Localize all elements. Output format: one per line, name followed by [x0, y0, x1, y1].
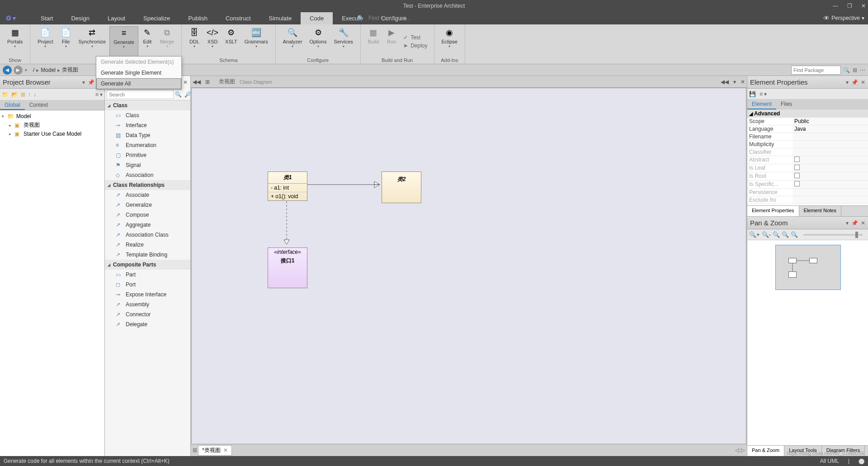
toolbox-search-input[interactable] — [107, 90, 174, 99]
breadcrumb-model[interactable]: Model — [41, 67, 56, 73]
zoom-in-icon[interactable]: 🔍+ — [749, 231, 760, 238]
prop-persistence[interactable] — [793, 189, 868, 196]
toolbox-item-primitive[interactable]: ▢Primitive — [105, 150, 190, 160]
menu-specialize[interactable]: Specialize — [134, 12, 179, 24]
close-icon[interactable]: ✕ — [861, 220, 865, 226]
portals-button[interactable]: ▦Portals▾ — [4, 26, 26, 57]
toolbox-section-relationships[interactable]: Class Relationships — [105, 180, 190, 190]
generate-button[interactable]: ≡Generate▾ — [109, 26, 138, 57]
menu-publish[interactable]: Publish — [179, 12, 217, 24]
toolbox-item-compose[interactable]: ↗Compose — [105, 210, 190, 220]
diagram-tab[interactable]: *类视图 ✕ — [198, 445, 232, 456]
prop-isspecific[interactable] — [793, 181, 868, 188]
toolbox-item-delegate[interactable]: ↗Delegate — [105, 319, 190, 329]
dropdown-icon[interactable]: ▾ — [846, 220, 849, 226]
menu-layout[interactable]: Layout — [99, 12, 134, 24]
canvas-tool-icon[interactable]: ⊞ — [205, 79, 210, 85]
test-button[interactable]: ✓Test — [403, 33, 427, 42]
zoom-out-icon[interactable]: 🔍- — [762, 231, 771, 238]
prop-scope[interactable]: Public — [793, 118, 868, 125]
toolbox-item-assembly[interactable]: ↗Assembly — [105, 300, 190, 309]
deploy-button[interactable]: ➤Deploy — [403, 42, 427, 50]
xsd-button[interactable]: </>XSD▾ — [203, 26, 222, 57]
canvas-tool-icon[interactable]: ◀◀ — [193, 79, 201, 85]
minimize-icon[interactable]: — — [833, 3, 838, 9]
find-command[interactable]: 🔍 Find Command... — [357, 15, 410, 21]
checkbox-icon[interactable] — [794, 173, 800, 178]
dropdown-icon[interactable]: ▾ — [846, 79, 849, 86]
uml-interface-1[interactable]: «interface» 接口1 — [268, 247, 307, 288]
dropdown-icon[interactable]: ▾ — [733, 79, 736, 85]
down-arrow-icon[interactable]: ↓ — [33, 91, 36, 98]
tab-element-properties[interactable]: Element Properties — [747, 206, 799, 216]
zoom-slider[interactable] — [803, 234, 863, 236]
checkbox-icon[interactable] — [794, 157, 800, 162]
pin-icon[interactable]: 📌 — [851, 220, 858, 226]
toolbox-item-signal[interactable]: ⚑Signal — [105, 160, 190, 170]
toolbox-item-datatype[interactable]: ▤Data Type — [105, 130, 190, 140]
tab-element-notes[interactable]: Element Notes — [799, 206, 841, 216]
more-icon[interactable]: ⋯ — [860, 67, 865, 73]
prop-classifier[interactable] — [793, 148, 868, 156]
menu-icon[interactable]: ≡ ▾ — [760, 91, 767, 97]
dropdown-icon[interactable]: ▾ — [82, 79, 85, 86]
pin-icon[interactable]: 📌 — [88, 79, 94, 86]
prop-isroot[interactable] — [793, 172, 868, 180]
file-button[interactable]: 📄File▾ — [57, 26, 75, 57]
tab-context[interactable]: Context — [25, 100, 52, 110]
menu-design[interactable]: Design — [62, 12, 98, 24]
up-arrow-icon[interactable]: ↑ — [28, 91, 31, 98]
toolbox-section-composite[interactable]: Composite Parts — [105, 260, 190, 270]
toolbox-item-connector[interactable]: ↗Connector — [105, 309, 190, 319]
synchronize-button[interactable]: ⇄Synchronize▾ — [75, 26, 110, 57]
grammars-button[interactable]: 🔤Grammars▾ — [241, 26, 272, 57]
tab-files[interactable]: Files — [776, 100, 797, 109]
menu-start[interactable]: Start — [32, 12, 62, 24]
xslt-button[interactable]: ⚙XSLT — [222, 26, 241, 57]
toolbox-item-part[interactable]: ▭Part — [105, 270, 190, 280]
toolbox-item-association[interactable]: ◇Association — [105, 170, 190, 180]
prop-exclude[interactable] — [793, 196, 868, 204]
checkbox-icon[interactable] — [794, 181, 800, 186]
diagram-canvas[interactable]: 类1 - a1: int + o1(): void 类2 «interface»… — [191, 88, 746, 444]
toolbox-item-generalize[interactable]: ↗Generalize — [105, 200, 190, 210]
close-icon[interactable]: ✕ — [183, 79, 188, 86]
close-icon[interactable]: ✕ — [861, 3, 866, 9]
zoom-region-icon[interactable]: 🔍 — [791, 231, 798, 238]
prop-filename[interactable] — [793, 133, 868, 140]
breadcrumb-view[interactable]: 类视图 — [62, 66, 78, 74]
pan-zoom-view[interactable] — [747, 240, 868, 445]
tree-item-model[interactable]: ▾📁Model — [2, 112, 103, 120]
uml-class-1[interactable]: 类1 - a1: int + o1(): void — [268, 171, 307, 201]
toolbox-item-port[interactable]: ◻Port — [105, 280, 190, 290]
tab-global[interactable]: Global — [0, 100, 25, 110]
menu-code[interactable]: Code — [301, 12, 333, 24]
toolbox-section-class[interactable]: Class — [105, 100, 190, 110]
generate-single-item[interactable]: Generate Single Element — [96, 67, 181, 78]
toolbox-item-tbinding[interactable]: ↗Template Binding — [105, 250, 190, 260]
zoom-fit-icon[interactable]: 🔍 — [773, 231, 780, 238]
close-icon[interactable]: ✕ — [861, 79, 865, 86]
perspective-button[interactable]: 👁 Perspective ▾ — [823, 14, 864, 22]
tab-next-icon[interactable]: ▷ — [741, 447, 745, 453]
toolbox-item-assocclass[interactable]: ↗Association Class — [105, 230, 190, 240]
uml-class-2[interactable]: 类2 — [382, 171, 421, 203]
nav-back-button[interactable]: ◀ — [3, 66, 12, 75]
diagram-tab-icon[interactable]: ⊞ — [193, 447, 197, 453]
find-package-input[interactable] — [791, 66, 841, 75]
ddl-button[interactable]: 🗄DDL▾ — [185, 26, 203, 57]
tree-icon[interactable]: ⊞ — [853, 67, 857, 73]
tab-pan-zoom[interactable]: Pan & Zoom — [747, 446, 784, 456]
search-go-icon[interactable]: 🔎 — [184, 91, 191, 98]
pin-icon[interactable]: 📌 — [851, 79, 858, 86]
chevron-down-icon[interactable]: ▾ — [25, 68, 27, 72]
analyzer-button[interactable]: 🔍Analyzer▾ — [279, 26, 306, 57]
prop-language[interactable]: Java — [793, 125, 868, 133]
toolbox-item-class[interactable]: ▭Class — [105, 110, 190, 120]
edit-button[interactable]: ✎Edit▾ — [138, 26, 156, 57]
tab-element[interactable]: Element — [747, 100, 776, 109]
project-button[interactable]: 📄Project▾ — [34, 26, 57, 57]
toolbox-item-expose[interactable]: ⊸Expose Interface — [105, 290, 190, 300]
toolbox-item-associate[interactable]: ↗Associate — [105, 190, 190, 200]
services-button[interactable]: 🔧Services▾ — [330, 26, 356, 57]
